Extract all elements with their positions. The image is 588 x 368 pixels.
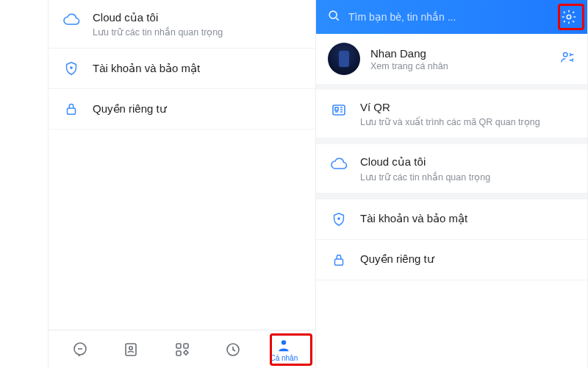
nav-timeline[interactable] — [207, 338, 258, 361]
section-divider — [316, 194, 587, 199]
menu-item-title: Quyền riêng tư — [360, 252, 574, 266]
menu-item-title: Cloud của tôi — [360, 155, 574, 169]
search-input[interactable]: Tìm bạn bè, tin nhắn ... — [348, 11, 551, 23]
menu-item-title: Tài khoản và bảo mật — [360, 211, 574, 226]
profile-link: Xem trang cá nhân — [370, 61, 559, 71]
menu-item-cloud[interactable]: Cloud của tôi Lưu trữ các tin nhắn quan … — [316, 144, 587, 193]
svg-point-15 — [338, 217, 340, 219]
settings-button[interactable] — [558, 6, 580, 28]
cloud-icon — [62, 10, 81, 29]
svg-rect-14 — [335, 107, 338, 110]
avatar — [328, 43, 360, 75]
shield-icon — [329, 210, 348, 229]
profile-name: Nhan Dang — [370, 47, 559, 60]
search-header: Tìm bạn bè, tin nhắn ... — [316, 0, 587, 34]
svg-rect-7 — [176, 351, 181, 355]
menu-item-cloud[interactable]: Cloud của tôi Lưu trữ các tin nhắn quan … — [49, 0, 315, 49]
switch-account-icon[interactable] — [559, 49, 576, 68]
nav-discover[interactable] — [157, 338, 207, 361]
profile-row[interactable]: Nhan Dang Xem trang cá nhân — [316, 34, 587, 90]
svg-point-10 — [329, 11, 337, 18]
svg-rect-5 — [176, 344, 181, 348]
nav-profile[interactable]: Cá nhân — [259, 334, 309, 365]
menu-item-title: Ví QR — [360, 100, 574, 115]
shield-icon — [62, 59, 81, 78]
bottom-nav: Cá nhân — [49, 330, 315, 368]
right-pane: Tìm bạn bè, tin nhắn ... Nhan Dang Xem t… — [316, 0, 588, 368]
menu-item-privacy[interactable]: Quyền riêng tư — [316, 240, 587, 280]
left-pane: Cloud của tôi Lưu trữ các tin nhắn quan … — [48, 0, 316, 368]
svg-point-0 — [71, 67, 72, 68]
svg-rect-6 — [184, 344, 188, 348]
nav-contacts[interactable] — [105, 338, 156, 361]
menu-item-subtitle: Lưu trữ các tin nhắn quan trọng — [93, 26, 302, 38]
search-icon[interactable] — [326, 8, 341, 26]
menu-item-account-security[interactable]: Tài khoản và bảo mật — [49, 49, 315, 89]
svg-point-11 — [567, 15, 571, 19]
menu-item-privacy[interactable]: Quyền riêng tư — [49, 89, 315, 130]
menu-item-title: Tài khoản và bảo mật — [93, 61, 302, 76]
svg-rect-1 — [68, 108, 76, 114]
lock-icon — [329, 250, 348, 269]
svg-point-4 — [129, 346, 132, 349]
cloud-icon — [329, 155, 348, 174]
section-divider — [316, 138, 587, 144]
nav-messages[interactable] — [54, 338, 105, 361]
menu-item-title: Cloud của tôi — [93, 10, 302, 25]
lock-icon — [62, 99, 81, 118]
menu-item-title: Quyền riêng tư — [93, 102, 302, 116]
qr-icon — [329, 100, 348, 119]
left-menu-list: Cloud của tôi Lưu trữ các tin nhắn quan … — [49, 0, 315, 330]
menu-item-subtitle: Lưu trữ và xuất trình các mã QR quan trọ… — [360, 116, 574, 127]
menu-item-subtitle: Lưu trữ các tin nhắn quan trọng — [360, 171, 574, 183]
svg-point-9 — [282, 340, 286, 344]
svg-point-12 — [564, 53, 568, 57]
menu-item-qr-wallet[interactable]: Ví QR Lưu trữ và xuất trình các mã QR qu… — [316, 90, 587, 138]
svg-rect-16 — [335, 259, 343, 265]
right-menu-list: Ví QR Lưu trữ và xuất trình các mã QR qu… — [316, 90, 587, 368]
nav-profile-label: Cá nhân — [270, 354, 298, 362]
menu-item-account-security[interactable]: Tài khoản và bảo mật — [316, 199, 587, 240]
